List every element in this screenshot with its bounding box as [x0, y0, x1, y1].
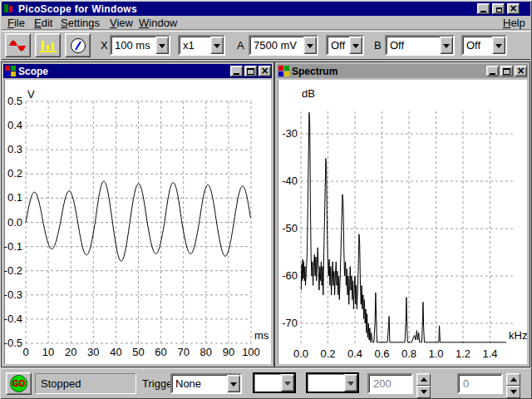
spectrum-window-icon: [278, 66, 289, 76]
multiplier-value: x1: [183, 39, 209, 52]
trigger-threshold-value: 200: [373, 377, 392, 390]
spectrum-close-button[interactable]: ×: [515, 66, 527, 76]
x-tick-label: 50: [132, 346, 144, 358]
minimize-icon: [490, 73, 495, 75]
x-tick-label: 0.4: [347, 347, 362, 360]
chevron-down-icon[interactable]: [227, 375, 240, 392]
maximize-icon: [247, 68, 254, 75]
channel-b-mode-select[interactable]: Off: [461, 35, 507, 56]
scope-titlebar[interactable]: Scope ×: [3, 64, 272, 78]
window-title: PicoScope for Windows: [18, 3, 137, 15]
close-icon: ×: [261, 66, 268, 76]
scope-plot: 01020304050607080901000.50.40.30.20.10.0…: [4, 80, 271, 364]
channel-a-range-select[interactable]: 7500 mV: [249, 35, 318, 56]
trigger-delay-value: 0: [463, 377, 469, 390]
trigger-mode-select[interactable]: None: [170, 373, 242, 394]
restore-icon: [496, 7, 502, 12]
menu-file[interactable]: File: [7, 17, 25, 29]
timebase-select[interactable]: 100 ms: [110, 35, 170, 56]
menu-edit[interactable]: Edit: [34, 17, 52, 29]
chevron-down-icon[interactable]: [210, 37, 224, 54]
spin-up-button[interactable]: [506, 373, 520, 386]
chevron-down-icon[interactable]: [440, 37, 453, 54]
sine-wave-icon: [8, 38, 28, 53]
y-tick-label: -30: [282, 127, 298, 140]
picoscope-app: PicoScope for Windows × File Edit Settin…: [0, 0, 532, 399]
channel-b-range-select[interactable]: Off: [385, 35, 455, 56]
spectrum-window: Spectrum × 0.00.20.40.60.81.01.21.4-30-4…: [274, 62, 530, 367]
trigger-direction-select: [306, 372, 359, 393]
channel-a-mode-value: Off: [331, 39, 347, 52]
y-tick-label: 0.1: [7, 191, 22, 204]
scope-view-button[interactable]: [5, 33, 31, 57]
spectrum-plot-area: 0.00.20.40.60.81.01.21.4-30-40-50-60-70d…: [278, 80, 527, 364]
y-tick-label: -70: [282, 317, 298, 329]
minimize-icon: [234, 73, 239, 75]
scope-window-icon: [5, 66, 16, 76]
x-tick-label: 0.0: [293, 347, 308, 360]
y-tick-label: -0.4: [4, 313, 22, 325]
minimize-icon: [480, 11, 486, 12]
scope-minimize-button[interactable]: [230, 66, 243, 76]
menu-settings[interactable]: Settings: [61, 17, 100, 29]
x-tick-label: 1.2: [456, 347, 470, 360]
spectrum-minimize-button[interactable]: [486, 66, 499, 76]
menu-help[interactable]: Help: [503, 17, 525, 29]
x-tick-label: 70: [177, 346, 189, 358]
spin-up-button[interactable]: [416, 373, 431, 386]
triangle-up-icon: [421, 374, 427, 382]
menu-bar: File Edit Settings View Window Help: [2, 16, 530, 30]
y-tick-label: 0.3: [7, 143, 22, 155]
trigger-threshold-field: 200: [367, 373, 413, 394]
channel-b-label: B: [374, 39, 382, 52]
chevron-down-icon[interactable]: [349, 37, 362, 54]
channel-a-mode-select[interactable]: Off: [326, 35, 364, 56]
scope-window-title: Scope: [18, 66, 48, 77]
go-button[interactable]: GO: [6, 372, 32, 395]
spectrum-maximize-button[interactable]: [500, 66, 513, 76]
channel-b-mode-value: Off: [466, 39, 490, 52]
chevron-down-icon[interactable]: [155, 37, 169, 54]
maximize-icon: [503, 68, 510, 75]
meter-view-button[interactable]: [65, 33, 91, 57]
chevron-down-icon: [281, 374, 294, 392]
x-tick-label: 90: [223, 346, 234, 358]
spin-down-button[interactable]: [416, 386, 431, 398]
x-tick-label: 0.2: [320, 347, 335, 360]
scope-maximize-button[interactable]: [244, 66, 257, 76]
spectrum-titlebar[interactable]: Spectrum ×: [277, 64, 528, 78]
channel-a-range-value: 7500 mV: [254, 39, 302, 52]
menu-view[interactable]: View: [110, 17, 133, 29]
status-text: Stopped: [41, 377, 81, 390]
triangle-down-icon: [510, 390, 517, 397]
y-tick-label: -60: [282, 269, 298, 282]
scope-close-button[interactable]: ×: [259, 66, 271, 76]
bar-chart-icon: [38, 38, 58, 53]
spectrum-trace: [301, 112, 506, 342]
y-tick-label: 0.5: [7, 95, 22, 107]
y-axis-unit: dB: [302, 87, 315, 100]
channel-a-label: A: [237, 39, 244, 52]
menu-window[interactable]: Window: [139, 17, 177, 29]
multiplier-select[interactable]: x1: [178, 35, 225, 56]
chevron-down-icon[interactable]: [492, 37, 505, 54]
restore-button[interactable]: [492, 3, 505, 14]
spectrum-view-button[interactable]: [35, 33, 61, 57]
scope-plot-area: 01020304050607080901000.50.40.30.20.10.0…: [4, 80, 271, 364]
app-icon: [4, 3, 15, 14]
main-titlebar: PicoScope for Windows ×: [2, 2, 530, 16]
y-tick-label: -40: [282, 175, 298, 187]
trigger-delay-stepper: [506, 373, 520, 394]
trigger-channel-select: [253, 372, 296, 393]
go-icon: GO: [10, 375, 27, 392]
y-tick-label: 0.4: [7, 119, 22, 131]
chevron-down-icon[interactable]: [303, 37, 317, 54]
spin-down-button[interactable]: [506, 386, 520, 398]
close-icon: ×: [517, 66, 524, 76]
close-button[interactable]: ×: [507, 3, 520, 14]
status-panel: Stopped: [35, 373, 136, 394]
trigger-mode-value: None: [175, 377, 225, 390]
minimize-button[interactable]: [477, 3, 490, 14]
x-axis-unit: kHz: [509, 329, 527, 342]
x-tick-label: 40: [110, 346, 121, 358]
